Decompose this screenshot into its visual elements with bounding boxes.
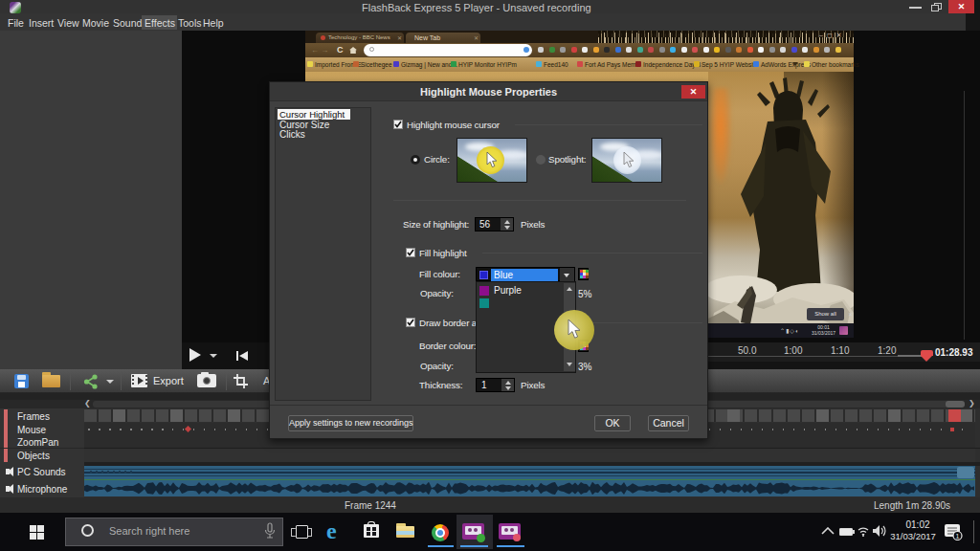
svg-text:1: 1	[956, 533, 960, 540]
